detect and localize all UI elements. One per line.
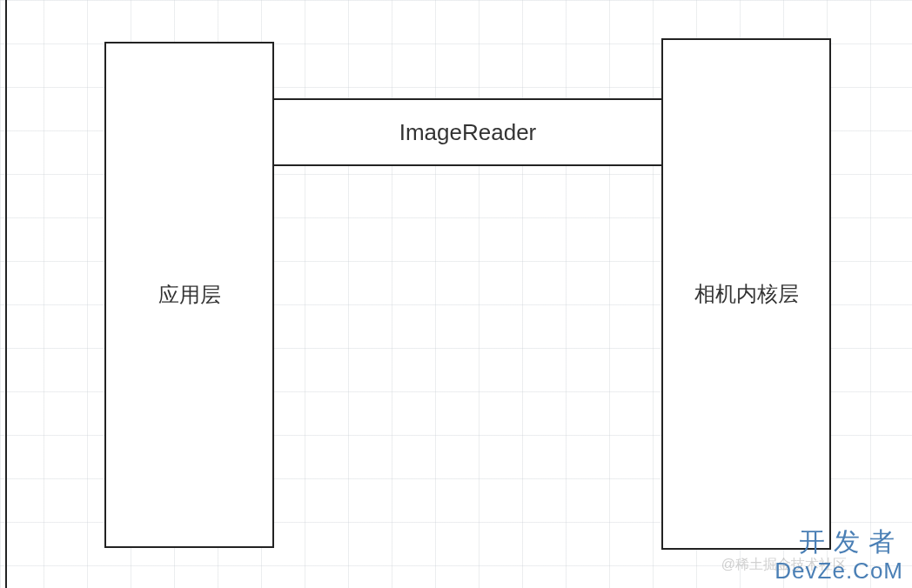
- camera-kernel-layer-label: 相机内核层: [694, 280, 799, 308]
- image-reader-box: ImageReader: [272, 98, 663, 166]
- app-layer-label: 应用层: [158, 281, 221, 309]
- app-layer-box: 应用层: [104, 42, 274, 548]
- watermark-chinese: 开发者: [799, 525, 903, 560]
- watermark-english: DevZe.CoM: [775, 558, 903, 585]
- image-reader-label: ImageReader: [399, 119, 537, 146]
- left-edge-border: [0, 0, 7, 588]
- camera-kernel-layer-box: 相机内核层: [661, 38, 831, 550]
